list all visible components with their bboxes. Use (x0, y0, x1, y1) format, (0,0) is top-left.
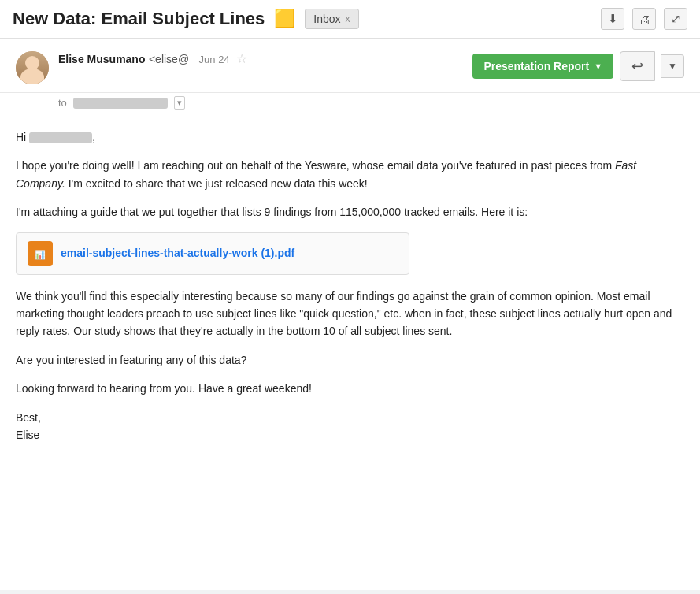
sender-info: Elise Musumano <elise@ Jun 24 ☆ (58, 51, 463, 66)
star-icon[interactable]: ☆ (236, 52, 247, 65)
top-bar-actions: ⬇ 🖨 ⤢ (601, 8, 687, 30)
hi-text: Hi (16, 131, 29, 143)
dropdown-arrow-icon: ▼ (594, 61, 602, 71)
folder-icon: 🟨 (274, 9, 295, 29)
to-label: to (58, 97, 67, 109)
paragraph-5: Looking forward to hearing from you. Hav… (16, 380, 684, 397)
email-container: Elise Musumano <elise@ Jun 24 ☆ Presenta… (0, 39, 700, 590)
attachment-box[interactable]: 📊 email-subject-lines-that-actually-work… (16, 232, 409, 275)
svg-text:📊: 📊 (35, 249, 46, 260)
print-button[interactable]: 🖨 (632, 8, 656, 30)
email-date: Jun 24 (199, 54, 230, 65)
expand-button[interactable]: ⤢ (664, 8, 687, 30)
to-line: to ▾ (0, 93, 700, 116)
attachment-link[interactable]: email-subject-lines-that-actually-work (… (61, 244, 294, 262)
greeting-line: Hi , (16, 128, 684, 146)
email-header: Elise Musumano <elise@ Jun 24 ☆ Presenta… (0, 39, 700, 93)
inbox-tab[interactable]: Inbox x (305, 9, 358, 29)
recipient-redacted (29, 132, 92, 143)
pdf-icon: 📊 (28, 241, 53, 266)
to-dropdown-icon[interactable]: ▾ (174, 96, 185, 110)
paragraph-4: Are you interested in featuring any of t… (16, 351, 684, 369)
sender-name: Elise Musumano (58, 53, 145, 65)
to-address-redacted (73, 98, 168, 109)
reply-button[interactable]: ↩ (620, 51, 655, 81)
presentation-report-button[interactable]: Presentation Report ▼ (472, 54, 613, 79)
paragraph-1: I hope you're doing well! I am reaching … (16, 157, 684, 192)
close-tab-icon[interactable]: x (346, 13, 350, 24)
download-button[interactable]: ⬇ (601, 8, 624, 30)
reply-dropdown-button[interactable]: ▼ (661, 54, 684, 78)
avatar (16, 51, 49, 84)
paragraph-2: I'm attaching a guide that we put togeth… (16, 203, 684, 221)
signature-name: Elise (16, 426, 684, 444)
presentation-report-label: Presentation Report (483, 60, 589, 72)
sender-email: <elise@ (149, 53, 189, 65)
header-right: Presentation Report ▼ ↩ ▼ (472, 51, 684, 81)
email-body: Hi , I hope you're doing well! I am reac… (0, 116, 700, 459)
email-signature: Best, Elise (16, 409, 684, 444)
closing-line: Best, (16, 409, 684, 426)
inbox-tab-label: Inbox (313, 13, 340, 25)
paragraph-3: We think you'll find this especially int… (16, 288, 684, 340)
top-bar: New Data: Email Subject Lines 🟨 Inbox x … (0, 0, 700, 39)
email-subject-title: New Data: Email Subject Lines (13, 9, 265, 29)
